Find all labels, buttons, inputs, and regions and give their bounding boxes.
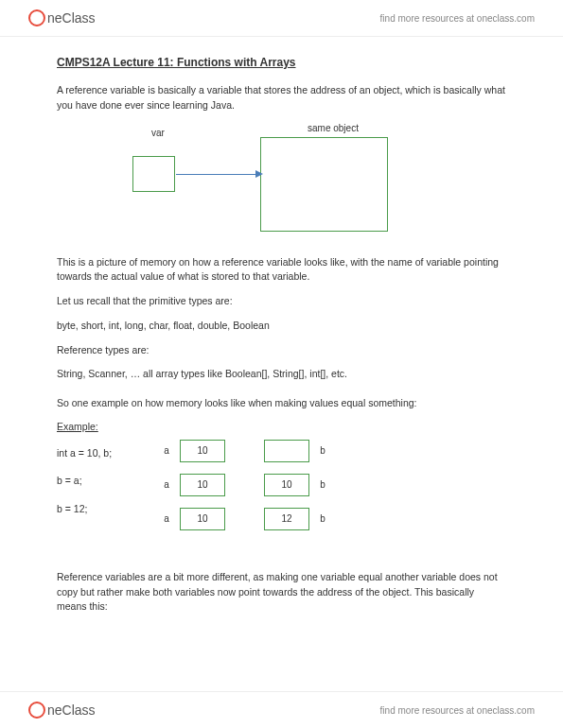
paragraph-5: So one example on how memory looks like … (57, 396, 506, 411)
mem-box-b (264, 440, 309, 462)
footer: neClass find more resources at oneclass.… (0, 691, 563, 728)
example-label: Example: (57, 421, 506, 432)
code-line-3: b = 12; (57, 495, 132, 523)
logo-text: neClass (47, 10, 96, 26)
header-resources-link[interactable]: find more resources at oneclass.com (380, 13, 535, 24)
paragraph-3: Let us recall that the primitive types a… (57, 294, 506, 309)
variable-box-icon (132, 156, 175, 192)
arrow-line-icon (176, 174, 259, 175)
mem-label-a: a (161, 479, 172, 490)
memory-row: a 10 b (161, 440, 506, 462)
mem-label-a: a (161, 445, 172, 456)
memory-column: a 10 b a 10 10 b a 10 12 b (161, 440, 506, 542)
header: neClass find more resources at oneclass.… (0, 0, 563, 37)
code-line-2: b = a; (57, 467, 132, 494)
mem-box-a: 10 (180, 508, 225, 530)
arrow-head-icon (255, 170, 263, 178)
paragraph-2: This is a picture of memory on how a ref… (57, 255, 506, 286)
mem-label-a: a (161, 513, 172, 524)
logo-circle-icon (28, 702, 45, 719)
mem-label-b: b (317, 513, 328, 524)
same-object-label: same object (308, 123, 359, 133)
document-content: CMPS12A Lecture 11: Functions with Array… (0, 37, 563, 615)
memory-row: a 10 10 b (161, 474, 506, 496)
footer-resources-link[interactable]: find more resources at oneclass.com (380, 705, 535, 716)
memory-row: a 10 12 b (161, 508, 506, 530)
reftypes-list: String, Scanner, … all array types like … (57, 367, 506, 382)
logo-circle-icon (28, 9, 45, 26)
mem-label-b: b (317, 445, 328, 456)
mem-box-b: 12 (264, 508, 309, 530)
object-box-icon (260, 137, 388, 232)
intro-paragraph: A reference variable is basically a vari… (57, 83, 506, 113)
footer-logo-text: neClass (47, 702, 96, 718)
code-column: int a = 10, b; b = a; b = 12; (57, 440, 132, 542)
reference-diagram: var same object (57, 123, 506, 236)
mem-label-b: b (317, 479, 328, 490)
lecture-title: CMPS12A Lecture 11: Functions with Array… (57, 56, 506, 69)
mem-box-a: 10 (180, 440, 225, 462)
logo[interactable]: neClass (28, 9, 96, 26)
mem-box-a: 10 (180, 474, 225, 496)
code-line-1: int a = 10, b; (57, 440, 132, 467)
paragraph-6: Reference variables are a bit more diffe… (57, 570, 506, 615)
paragraph-4: Reference types are: (57, 343, 506, 358)
footer-logo[interactable]: neClass (28, 702, 96, 719)
mem-box-b: 10 (264, 474, 309, 496)
primitives-list: byte, short, int, long, char, float, dou… (57, 319, 506, 334)
example-area: int a = 10, b; b = a; b = 12; a 10 b a 1… (57, 440, 506, 542)
var-label: var (151, 128, 165, 138)
